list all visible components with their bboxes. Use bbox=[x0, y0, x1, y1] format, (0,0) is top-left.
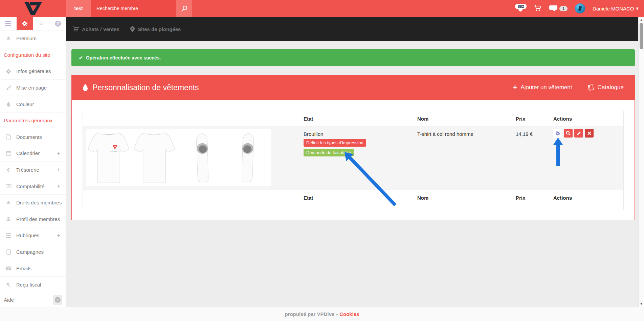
sidebar-section-configuration: Configuration du site bbox=[0, 47, 66, 64]
sidebar: ★ Premium Configuration du site Infos gé… bbox=[0, 30, 66, 307]
expand-plus-icon[interactable]: + bbox=[57, 232, 60, 239]
col-actions-header: Actions bbox=[551, 116, 623, 122]
list-icon bbox=[4, 233, 13, 238]
sidebar-item-calendrier[interactable]: Calendrier + bbox=[0, 145, 66, 162]
chevron-down-icon: ▾ bbox=[636, 5, 639, 11]
expand-plus-icon[interactable]: + bbox=[57, 167, 60, 173]
expand-plus-icon[interactable]: + bbox=[57, 150, 60, 156]
add-garment-button[interactable]: + Ajouter un vêtement bbox=[513, 84, 572, 91]
sidebar-item-label: Rubriques bbox=[16, 232, 39, 238]
question-icon: ? bbox=[55, 21, 61, 27]
sidebar-item-tresorerie[interactable]: € Trésorerie + bbox=[0, 162, 66, 178]
delete-action-button[interactable] bbox=[585, 129, 594, 138]
product-images-cell: VPDive bbox=[83, 126, 301, 189]
expand-plus-icon[interactable]: + bbox=[57, 183, 60, 189]
help-button[interactable]: ? bbox=[53, 295, 62, 305]
nav-achats-ventes[interactable]: Achats / Ventes bbox=[73, 26, 119, 32]
scroll-down-arrow[interactable]: ▼ bbox=[639, 302, 644, 305]
magnifier-icon bbox=[566, 131, 571, 135]
configure-action-button[interactable] bbox=[553, 129, 562, 138]
sidebar-item-documents[interactable]: Documents bbox=[0, 129, 66, 146]
nav-label: Sites de plongées bbox=[138, 26, 181, 32]
document-icon bbox=[4, 249, 13, 255]
sidebar-item-label: Reçu fiscal bbox=[16, 282, 41, 288]
clothing-panel: Personnalisation de vêtements + Ajouter … bbox=[71, 75, 635, 220]
close-icon bbox=[587, 131, 591, 135]
nav-sites-de-plongees[interactable]: Sites de plongées bbox=[130, 26, 181, 32]
tab-help[interactable]: ? bbox=[49, 17, 66, 30]
sidebar-item-label: Comptabilité bbox=[16, 183, 44, 189]
sidebar-item-campagnes[interactable]: Campagnes bbox=[0, 244, 66, 261]
col-nom-header: Nom bbox=[415, 195, 513, 201]
sidebar-item-label: Aide bbox=[4, 297, 14, 303]
sidebar-item-droits-des-membres[interactable]: ★ Droits des membres bbox=[0, 195, 66, 211]
col-etat-header: Etat bbox=[301, 195, 415, 201]
panel-header: Personnalisation de vêtements + Ajouter … bbox=[72, 75, 635, 100]
gavel-icon bbox=[4, 282, 13, 288]
search-input[interactable] bbox=[91, 0, 176, 17]
cart-button[interactable] bbox=[534, 5, 541, 13]
view-action-button[interactable] bbox=[564, 129, 573, 138]
top-bar: test 882 1 Daniele MONACO ▾ bbox=[0, 0, 644, 17]
footer-separator: - bbox=[336, 311, 338, 317]
vertical-scrollbar[interactable]: ▲ ▼ bbox=[638, 17, 644, 307]
sidebar-item-aide: Aide ? bbox=[0, 293, 66, 307]
notification-bubble[interactable]: 882 bbox=[515, 4, 527, 9]
plus-icon: + bbox=[513, 84, 517, 91]
envelope-icon bbox=[4, 266, 13, 270]
sidebar-item-comptabilite[interactable]: Comptabilité + bbox=[0, 178, 66, 195]
table-footer-row: Etat Nom Prix Actions bbox=[83, 190, 623, 206]
pencil-icon bbox=[577, 131, 581, 135]
user-menu[interactable]: Daniele MONACO ▾ bbox=[593, 5, 639, 11]
check-icon: ✔ bbox=[79, 55, 83, 60]
sidebar-item-label: Infos générales bbox=[16, 68, 51, 74]
sidebar-item-couleur[interactable]: Couleur bbox=[0, 96, 66, 113]
feasibility-badge[interactable]: Demande de faisabilité bbox=[304, 149, 354, 156]
sidebar-item-label: Droits des membres bbox=[16, 200, 62, 205]
catalogue-button[interactable]: Catalogue bbox=[587, 84, 624, 91]
gear-icon bbox=[22, 21, 28, 27]
main-content: ✔ Opération effectuée avec succès. Perso… bbox=[66, 41, 638, 307]
cookies-link[interactable]: Cookies bbox=[339, 311, 359, 317]
nom-cell: T-shirt à col rond homme bbox=[415, 126, 513, 189]
search-button[interactable] bbox=[176, 0, 192, 17]
powered-by-label: propulsé par VPDive bbox=[285, 311, 334, 317]
status-label: Brouillon bbox=[304, 131, 415, 137]
tab-menu[interactable] bbox=[0, 17, 17, 30]
add-garment-label: Ajouter un vêtement bbox=[520, 84, 572, 91]
actions-cell bbox=[551, 126, 623, 189]
site-tab[interactable]: test bbox=[66, 0, 91, 17]
droplet-icon bbox=[83, 84, 88, 91]
print-types-badge[interactable]: Définir les types d'impression bbox=[304, 139, 366, 147]
messages-count-badge: 1 bbox=[559, 6, 568, 11]
sidebar-item-premium[interactable]: ★ Premium bbox=[0, 30, 66, 47]
search-icon bbox=[181, 5, 187, 12]
euro-icon: € bbox=[4, 167, 13, 173]
messages-button[interactable]: 1 bbox=[549, 5, 568, 12]
panel-title: Personnalisation de vêtements bbox=[92, 83, 199, 92]
scrollbar-thumb[interactable] bbox=[640, 23, 643, 49]
sidebar-item-recu-fiscal[interactable]: Reçu fiscal bbox=[0, 277, 66, 293]
edit-action-button[interactable] bbox=[574, 129, 583, 138]
sidebar-item-label: Profil des membres bbox=[16, 216, 60, 222]
scroll-up-arrow[interactable]: ▲ bbox=[639, 18, 644, 22]
cart-icon bbox=[534, 5, 541, 11]
sidebar-item-profil-des-membres[interactable]: Profil des membres bbox=[0, 211, 66, 228]
nav-label: Achats / Ventes bbox=[82, 26, 119, 32]
user-avatar[interactable] bbox=[575, 3, 585, 14]
product-image[interactable]: VPDive bbox=[86, 129, 271, 186]
sidebar-item-label: Calendrier bbox=[16, 150, 40, 156]
user-name-label: Daniele MONACO bbox=[593, 6, 634, 11]
hamburger-icon bbox=[5, 21, 11, 26]
sidebar-item-mise-en-page[interactable]: Mise en page bbox=[0, 80, 66, 96]
sidebar-item-rubriques[interactable]: Rubriques + bbox=[0, 227, 66, 244]
tab-favorites[interactable]: ☆ bbox=[33, 17, 50, 30]
prix-cell: 14,19 € bbox=[513, 126, 551, 189]
col-actions-header: Actions bbox=[551, 195, 623, 201]
sidebar-item-label: Premium bbox=[16, 35, 37, 41]
app-logo[interactable] bbox=[0, 0, 66, 17]
sidebar-item-infos-generales[interactable]: Infos générales bbox=[0, 63, 66, 80]
brush-icon bbox=[4, 85, 13, 91]
sidebar-item-emails[interactable]: Emails bbox=[0, 260, 66, 277]
tab-settings[interactable] bbox=[17, 17, 33, 30]
